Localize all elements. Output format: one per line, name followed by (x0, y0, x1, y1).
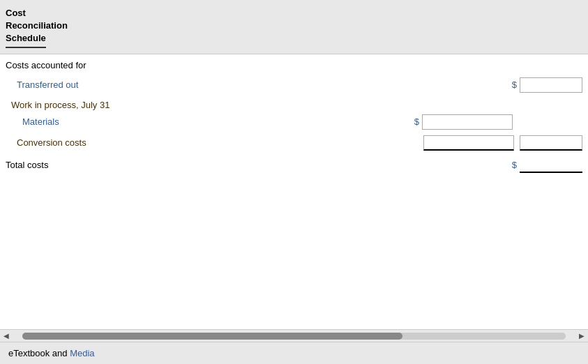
transferred-out-label: Transferred out (6, 79, 89, 90)
materials-label: Materials (6, 116, 89, 127)
transferred-out-input-group: $ (512, 77, 582, 93)
conversion-costs-right-input[interactable] (520, 135, 582, 151)
main-content: Costs accounted for Transferred out $ Wo… (0, 54, 588, 329)
materials-row: Materials $ (0, 112, 588, 132)
conversion-costs-input-group (423, 135, 514, 151)
conversion-costs-left-input[interactable] (423, 135, 514, 151)
scroll-thumb (22, 333, 402, 340)
app-container: Cost Reconciliation Schedule Costs accou… (0, 0, 588, 364)
total-costs-label: Total costs (6, 160, 89, 170)
dollar-sign-materials: $ (414, 116, 419, 127)
footer-bar: eTextbook and Media (0, 342, 588, 364)
footer-link[interactable]: Media (70, 348, 94, 358)
costs-accounted-label: Costs accounted for (0, 54, 588, 73)
materials-input-group: $ (414, 114, 513, 130)
scroll-left-arrow[interactable]: ◀ (1, 332, 11, 340)
content-inner: Costs accounted for Transferred out $ Wo… (0, 54, 588, 177)
total-costs-input[interactable] (520, 158, 582, 173)
header-section: Cost Reconciliation Schedule (0, 0, 588, 54)
dollar-sign-transferred: $ (512, 79, 517, 90)
scroll-right-arrow[interactable]: ▶ (577, 332, 587, 340)
conversion-costs-row: Conversion costs (0, 132, 588, 153)
dollar-sign-total: $ (512, 160, 517, 170)
wip-section: Work in process, July 31 (0, 97, 588, 112)
total-costs-row: Total costs $ (0, 153, 588, 177)
total-costs-input-group: $ (512, 158, 582, 173)
conversion-costs-right-group (520, 135, 582, 151)
scroll-track[interactable] (22, 333, 566, 340)
wip-label: Work in process, July 31 (6, 100, 582, 112)
footer-prefix: eTextbook and (8, 348, 70, 358)
transferred-out-input[interactable] (520, 77, 582, 93)
conversion-costs-label: Conversion costs (6, 137, 89, 148)
materials-input[interactable] (422, 114, 513, 130)
page-title: Cost Reconciliation Schedule (6, 7, 582, 48)
horizontal-scrollbar[interactable]: ◀ ▶ (0, 329, 588, 342)
transferred-out-row: Transferred out $ (0, 73, 588, 97)
